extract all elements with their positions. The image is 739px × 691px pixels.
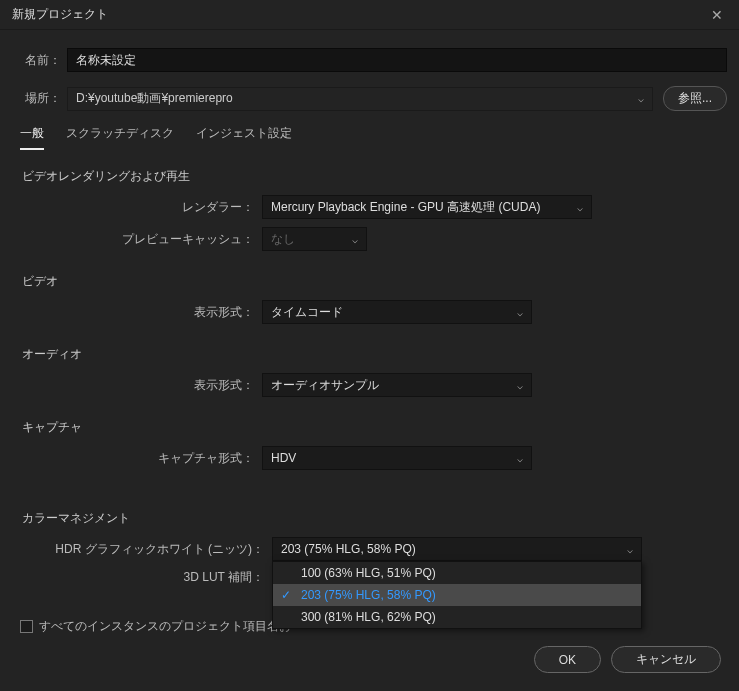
hdr-option-300[interactable]: 300 (81% HLG, 62% PQ) <box>273 606 641 628</box>
capture-format-label: キャプチャ形式： <box>22 450 262 467</box>
section-capture: キャプチャ キャプチャ形式： HDV ⌵ <box>22 419 717 470</box>
chevron-down-icon: ⌵ <box>517 380 523 391</box>
ok-button[interactable]: OK <box>534 646 601 673</box>
chevron-down-icon: ⌵ <box>577 202 583 213</box>
chevron-down-icon: ⌵ <box>638 93 644 104</box>
hdr-option-203[interactable]: ✓ 203 (75% HLG, 58% PQ) <box>273 584 641 606</box>
new-project-dialog: 新規プロジェクト ✕ 名前： 場所： D:¥youtube動画¥premiere… <box>0 0 739 691</box>
capture-format-value: HDV <box>271 451 296 465</box>
location-label: 場所： <box>12 90 67 107</box>
location-row: 場所： D:¥youtube動画¥premierepro ⌵ 参照... <box>12 86 727 111</box>
audio-display-select[interactable]: オーディオサンプル ⌵ <box>262 373 532 397</box>
hdr-white-select[interactable]: 203 (75% HLG, 58% PQ) ⌵ <box>272 537 642 561</box>
tab-general[interactable]: 一般 <box>20 125 44 150</box>
name-input[interactable] <box>67 48 727 72</box>
video-display-select[interactable]: タイムコード ⌵ <box>262 300 532 324</box>
section-video-title: ビデオ <box>22 273 717 290</box>
dialog-title: 新規プロジェクト <box>12 6 108 23</box>
section-capture-title: キャプチャ <box>22 419 717 436</box>
preview-cache-label: プレビューキャッシュ： <box>22 231 262 248</box>
hdr-white-dropdown: 100 (63% HLG, 51% PQ) ✓ 203 (75% HLG, 58… <box>272 561 642 629</box>
section-color-management: カラーマネジメント HDR グラフィックホワイト (ニッツ)： 203 (75%… <box>22 510 717 586</box>
video-display-value: タイムコード <box>271 304 343 321</box>
dialog-footer: OK キャンセル <box>534 646 721 673</box>
name-row: 名前： <box>12 48 727 72</box>
close-icon[interactable]: ✕ <box>707 7 727 23</box>
chevron-down-icon: ⌵ <box>517 453 523 464</box>
name-label: 名前： <box>12 52 67 69</box>
browse-button[interactable]: 参照... <box>663 86 727 111</box>
hdr-option-100[interactable]: 100 (63% HLG, 51% PQ) <box>273 562 641 584</box>
cancel-button[interactable]: キャンセル <box>611 646 721 673</box>
section-rendering-title: ビデオレンダリングおよび再生 <box>22 168 717 185</box>
titlebar: 新規プロジェクト ✕ <box>0 0 739 30</box>
show-name-checkbox[interactable] <box>20 620 33 633</box>
chevron-down-icon: ⌵ <box>627 544 633 555</box>
location-select[interactable]: D:¥youtube動画¥premierepro ⌵ <box>67 87 653 111</box>
capture-format-select[interactable]: HDV ⌵ <box>262 446 532 470</box>
dialog-content: 名前： 場所： D:¥youtube動画¥premierepro ⌵ 参照...… <box>0 30 739 691</box>
lut-interp-label: 3D LUT 補間： <box>22 569 272 586</box>
renderer-label: レンダラー： <box>22 199 262 216</box>
chevron-down-icon: ⌵ <box>352 234 358 245</box>
section-audio: オーディオ 表示形式： オーディオサンプル ⌵ <box>22 346 717 397</box>
check-icon: ✓ <box>281 588 291 602</box>
show-name-label: すべてのインスタンスのプロジェクト項目名お <box>39 618 291 635</box>
preview-cache-value: なし <box>271 231 295 248</box>
section-rendering: ビデオレンダリングおよび再生 レンダラー： Mercury Playback E… <box>22 168 717 251</box>
section-color-title: カラーマネジメント <box>22 510 717 527</box>
audio-display-label: 表示形式： <box>22 377 262 394</box>
tab-scratch-disks[interactable]: スクラッチディスク <box>66 125 174 150</box>
video-display-label: 表示形式： <box>22 304 262 321</box>
section-video: ビデオ 表示形式： タイムコード ⌵ <box>22 273 717 324</box>
renderer-value: Mercury Playback Engine - GPU 高速処理 (CUDA… <box>271 199 540 216</box>
preview-cache-select: なし ⌵ <box>262 227 367 251</box>
tabs: 一般 スクラッチディスク インジェスト設定 <box>12 125 727 150</box>
tab-ingest[interactable]: インジェスト設定 <box>196 125 292 150</box>
general-panel: ビデオレンダリングおよび再生 レンダラー： Mercury Playback E… <box>12 150 727 586</box>
chevron-down-icon: ⌵ <box>517 307 523 318</box>
renderer-select[interactable]: Mercury Playback Engine - GPU 高速処理 (CUDA… <box>262 195 592 219</box>
hdr-white-value: 203 (75% HLG, 58% PQ) <box>281 542 416 556</box>
location-value: D:¥youtube動画¥premierepro <box>76 90 233 107</box>
hdr-white-label: HDR グラフィックホワイト (ニッツ)： <box>22 541 272 558</box>
audio-display-value: オーディオサンプル <box>271 377 379 394</box>
section-audio-title: オーディオ <box>22 346 717 363</box>
